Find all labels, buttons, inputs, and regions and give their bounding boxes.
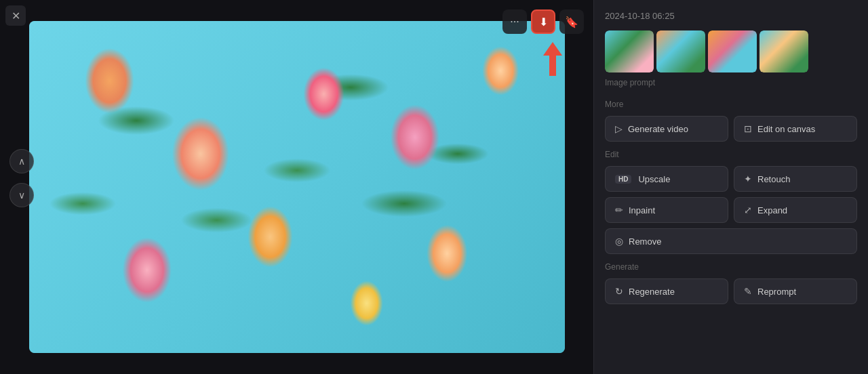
edit-on-canvas-label: Edit on canvas	[757, 124, 815, 134]
inpaint-label: Inpaint	[629, 205, 655, 215]
regenerate-label: Regenerate	[629, 287, 675, 297]
edit-on-canvas-button[interactable]: ⊡ Edit on canvas	[734, 116, 857, 142]
thumbnail-4[interactable]	[760, 30, 808, 72]
more-button[interactable]: ···	[502, 9, 527, 34]
nav-down-button[interactable]: ∨	[9, 183, 34, 207]
thumbnail-1[interactable]	[605, 30, 654, 72]
remove-label: Remove	[629, 236, 661, 247]
remove-icon: ◎	[615, 236, 623, 247]
bookmark-button[interactable]: 🔖	[559, 9, 584, 34]
generate-video-icon: ▷	[615, 123, 623, 134]
expand-icon: ⤢	[744, 205, 752, 215]
more-section-label: More	[605, 100, 857, 109]
upscale-button[interactable]: HD Upscale	[605, 166, 728, 192]
remove-button[interactable]: ◎ Remove	[605, 228, 857, 254]
thumbnail-3[interactable]	[708, 30, 757, 72]
main-image	[29, 21, 565, 353]
inpaint-icon: ✏	[615, 205, 623, 215]
retouch-button[interactable]: ✦ Retouch	[734, 166, 857, 192]
timestamp: 2024-10-18 06:25	[605, 11, 857, 21]
edit-buttons-row3: ◎ Remove	[605, 228, 857, 254]
nav-up-button[interactable]: ∧	[9, 149, 34, 173]
generate-video-label: Generate video	[628, 124, 688, 134]
close-button[interactable]: ✕	[5, 5, 26, 26]
main-image-content	[29, 21, 565, 353]
left-panel: ✕ ··· ⬇ 🔖 ∧ ∨	[0, 0, 593, 374]
generate-buttons: ↻ Regenerate ✎ Reprompt	[605, 278, 857, 304]
regenerate-icon: ↻	[615, 286, 623, 297]
thumbnail-strip	[605, 30, 857, 72]
reprompt-icon: ✎	[744, 286, 752, 297]
retouch-label: Retouch	[757, 174, 790, 184]
expand-label: Expand	[757, 205, 787, 215]
expand-button[interactable]: ⤢ Expand	[734, 197, 857, 223]
right-panel: 2024-10-18 06:25 Image prompt More ▷ Gen…	[593, 0, 868, 374]
reprompt-button[interactable]: ✎ Reprompt	[734, 278, 857, 304]
arrow-head	[543, 42, 562, 56]
download-arrow-indicator	[543, 42, 562, 76]
edit-section-label: Edit	[605, 150, 857, 159]
hd-badge: HD	[615, 175, 631, 184]
thumbnail-2[interactable]	[656, 30, 705, 72]
edit-on-canvas-icon: ⊡	[744, 123, 752, 134]
edit-buttons-row1: HD Upscale ✦ Retouch	[605, 166, 857, 192]
arrow-shaft	[549, 56, 556, 76]
image-prompt-label: Image prompt	[605, 78, 857, 87]
toolbar-buttons: ··· ⬇ 🔖	[502, 9, 584, 34]
inpaint-button[interactable]: ✏ Inpaint	[605, 197, 728, 223]
upscale-label: Upscale	[638, 174, 670, 184]
generate-section-label: Generate	[605, 262, 857, 272]
download-button[interactable]: ⬇	[531, 9, 555, 34]
generate-video-button[interactable]: ▷ Generate video	[605, 116, 728, 142]
edit-buttons-row2: ✏ Inpaint ⤢ Expand	[605, 197, 857, 223]
retouch-icon: ✦	[744, 173, 752, 184]
more-buttons: ▷ Generate video ⊡ Edit on canvas	[605, 116, 857, 142]
reprompt-label: Reprompt	[757, 287, 796, 297]
regenerate-button[interactable]: ↻ Regenerate	[605, 278, 728, 304]
